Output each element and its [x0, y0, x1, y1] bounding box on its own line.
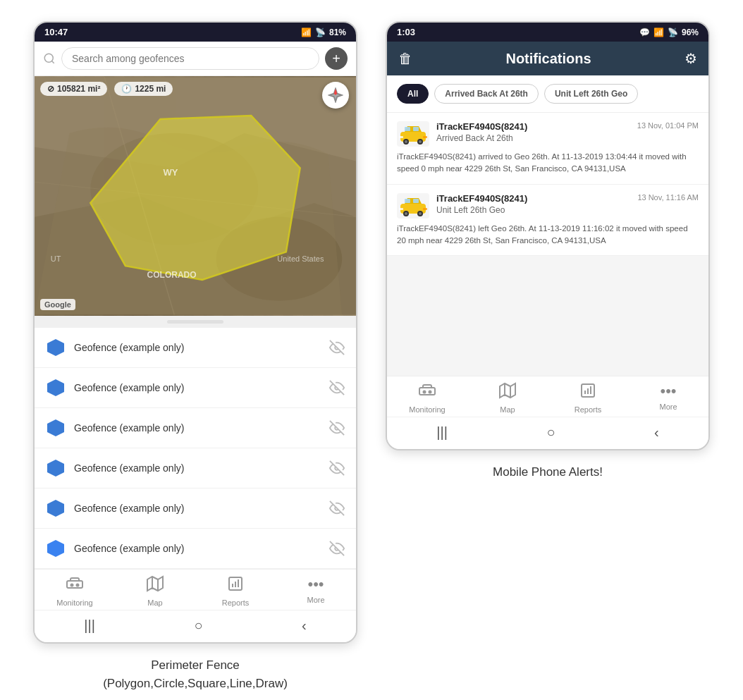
geofence-item[interactable]: Geofence (example only)	[35, 328, 356, 368]
nav-monitoring[interactable]: Monitoring	[406, 382, 448, 414]
signal-icon: 📡	[668, 27, 678, 37]
map-stat-area: ⊘ 105821 mi²	[40, 82, 107, 96]
notification-item[interactable]: iTrackEF4940S(8241) 13 Nov, 11:16 AM Uni…	[387, 185, 708, 257]
right-phone-container: 1:03 💬 📶 📡 96% 🗑 Notifications ⚙ All Arr…	[386, 21, 710, 481]
settings-button[interactable]: ⚙	[684, 50, 697, 67]
svg-rect-43	[413, 199, 419, 203]
svg-point-24	[77, 584, 79, 587]
notification-item[interactable]: iTrackEF4940S(8241) 13 Nov, 01:04 PM Arr…	[387, 113, 708, 185]
right-status-icons: 💬 📶 📡 96%	[639, 27, 699, 37]
svg-marker-16	[47, 460, 64, 477]
add-geofence-button[interactable]: +	[325, 47, 348, 70]
svg-rect-42	[405, 199, 410, 203]
right-time: 1:03	[397, 27, 415, 37]
left-status-bar: 10:47 📶 📡 81%	[35, 23, 356, 42]
recents-button[interactable]: |||	[84, 618, 95, 634]
home-button[interactable]: ○	[546, 424, 555, 441]
map-area[interactable]: WY United States COLORADO UT ⊘ 105821 mi…	[35, 76, 356, 316]
notif-empty-area	[387, 256, 708, 376]
nav-monitoring[interactable]: Monitoring	[54, 575, 96, 607]
chat-icon: 💬	[639, 27, 650, 37]
google-logo: Google	[40, 299, 75, 310]
svg-point-38	[419, 140, 422, 143]
reports-icon	[227, 575, 244, 596]
svg-marker-10	[47, 339, 64, 356]
svg-rect-40	[423, 136, 427, 138]
monitoring-icon	[419, 382, 436, 403]
nav-reports[interactable]: Reports	[567, 382, 609, 414]
filter-arrived[interactable]: Arrived Back At 26th	[434, 84, 539, 104]
notif-content: iTrackEF4940S(8241) 13 Nov, 01:04 PM Arr…	[436, 121, 699, 143]
svg-line-1	[51, 61, 54, 63]
back-button[interactable]: ‹	[654, 424, 659, 441]
nav-reports-label: Reports	[222, 598, 250, 607]
svg-point-0	[44, 54, 53, 62]
map-stat-distance: 🕐 1225 mi	[114, 82, 173, 96]
visibility-off-icon	[329, 501, 345, 516]
left-time: 10:47	[44, 27, 68, 37]
back-button[interactable]: ‹	[302, 618, 307, 634]
notif-title-row: iTrackEF4940S(8241) 13 Nov, 01:04 PM	[436, 121, 699, 132]
notif-body: iTrackEF4940S(8241) arrived to Geo 26th.…	[397, 151, 699, 176]
svg-marker-14	[47, 419, 64, 436]
search-bar: +	[35, 42, 356, 76]
left-phone-container: 10:47 📶 📡 81% +	[33, 21, 357, 692]
svg-point-23	[71, 584, 73, 587]
notif-timestamp: 13 Nov, 01:04 PM	[637, 121, 699, 130]
geofence-item[interactable]: Geofence (example only)	[35, 408, 356, 448]
left-status-icons: 📶 📡 81%	[301, 27, 346, 37]
nav-reports[interactable]: Reports	[214, 575, 257, 607]
map-icon	[147, 575, 164, 596]
notif-event-type: Unit Left 26th Geo	[436, 205, 699, 215]
geofence-icon	[46, 378, 66, 398]
geofence-name: Geofence (example only)	[74, 342, 321, 353]
svg-point-51	[424, 391, 426, 393]
nav-more[interactable]: ••• More	[295, 575, 337, 607]
battery-text: 81%	[329, 27, 346, 37]
filter-row: All Arrived Back At 26th Unit Left 26th …	[387, 75, 708, 113]
notif-item-header: iTrackEF4940S(8241) 13 Nov, 11:16 AM Uni…	[397, 193, 699, 219]
search-input[interactable]	[61, 47, 319, 70]
signal-icon: 📡	[315, 27, 326, 37]
svg-rect-50	[419, 388, 435, 395]
filter-all[interactable]: All	[397, 84, 429, 104]
notification-list: iTrackEF4940S(8241) 13 Nov, 01:04 PM Arr…	[387, 113, 708, 376]
notif-item-header: iTrackEF4940S(8241) 13 Nov, 01:04 PM Arr…	[397, 121, 699, 147]
geofence-item[interactable]: Geofence (example only)	[35, 489, 356, 529]
search-icon	[43, 52, 56, 65]
bottom-nav: Monitoring Map Reports ••• More	[35, 569, 356, 610]
geofence-list: Geofence (example only) Geofence (exampl…	[35, 328, 356, 569]
battery-text: 96%	[682, 27, 699, 37]
recents-button[interactable]: |||	[436, 424, 448, 441]
filter-unit-left[interactable]: Unit Left 26th Geo	[544, 84, 638, 104]
visibility-off-icon	[329, 420, 345, 436]
geofence-name: Geofence (example only)	[74, 543, 321, 554]
svg-marker-53	[500, 383, 515, 398]
visibility-off-icon	[329, 541, 345, 556]
car-avatar	[397, 121, 429, 147]
svg-marker-20	[47, 540, 64, 557]
page-title: Notifications	[412, 51, 684, 67]
geofence-item[interactable]: Geofence (example only)	[35, 448, 356, 489]
compass-button[interactable]	[322, 82, 349, 109]
nav-monitoring-label: Monitoring	[56, 598, 92, 607]
nav-more[interactable]: ••• More	[647, 382, 689, 414]
clock-icon: 🕐	[121, 84, 132, 94]
svg-point-46	[405, 212, 407, 215]
home-button[interactable]: ○	[194, 618, 202, 634]
geofence-item[interactable]: Geofence (example only)	[35, 529, 356, 569]
visibility-off-icon	[329, 460, 345, 476]
svg-point-37	[405, 140, 407, 143]
geofence-item[interactable]: Geofence (example only)	[35, 368, 356, 408]
right-system-nav: ||| ○ ‹	[387, 417, 708, 449]
scroll-handle	[167, 320, 223, 324]
nav-map[interactable]: Map	[486, 382, 529, 414]
delete-button[interactable]: 🗑	[398, 51, 412, 67]
map-label-co: COLORADO	[147, 270, 197, 280]
left-phone: 10:47 📶 📡 81% +	[33, 21, 357, 644]
visibility-off-icon	[329, 340, 345, 355]
more-icon: •••	[660, 382, 676, 400]
geofence-name: Geofence (example only)	[74, 422, 321, 434]
nav-map[interactable]: Map	[134, 575, 176, 607]
geofence-name: Geofence (example only)	[74, 503, 321, 514]
